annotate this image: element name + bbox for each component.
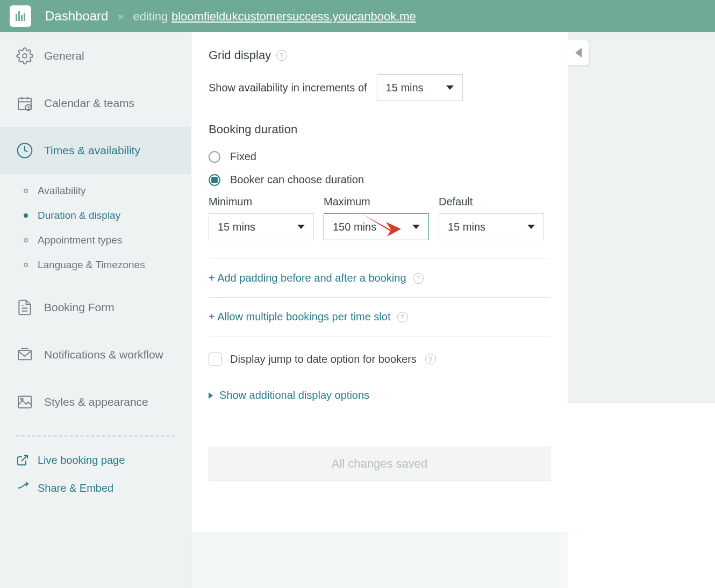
select-default[interactable]: 15 mins bbox=[439, 213, 544, 240]
sidebar-item-times-availability[interactable]: Times & availability bbox=[0, 127, 191, 174]
svg-rect-2 bbox=[21, 15, 23, 21]
svg-point-4 bbox=[23, 54, 27, 58]
caret-down-icon bbox=[446, 85, 454, 90]
svg-rect-0 bbox=[16, 14, 17, 21]
clock-icon bbox=[16, 142, 33, 159]
bullet-icon bbox=[24, 238, 28, 242]
breadcrumb-separator: » bbox=[118, 11, 123, 22]
link-additional-options[interactable]: Show additional display options bbox=[191, 365, 568, 414]
link-label: Share & Embed bbox=[38, 482, 113, 494]
sidebar-sub-label: Appointment types bbox=[38, 234, 122, 246]
svg-rect-3 bbox=[24, 13, 25, 21]
chevron-left-icon bbox=[575, 48, 582, 58]
link-text: + Add padding before and after a booking bbox=[209, 272, 406, 284]
main-panel: Grid display ? Show availability in incr… bbox=[191, 32, 568, 532]
svg-rect-16 bbox=[18, 350, 31, 360]
save-status-bar: All changes saved bbox=[209, 447, 550, 481]
calendar-icon bbox=[16, 95, 33, 112]
sidebar-sub-appointment-types[interactable]: Appointment types bbox=[0, 228, 191, 253]
radio-fixed[interactable]: Fixed bbox=[209, 145, 550, 168]
checkbox-jump-to-date[interactable] bbox=[209, 353, 221, 365]
sidebar-item-booking-form[interactable]: Booking Form bbox=[0, 284, 191, 331]
link-text: + Allow multiple bookings per time slot bbox=[209, 311, 391, 323]
link-add-padding[interactable]: + Add padding before and after a booking… bbox=[191, 259, 568, 297]
help-icon[interactable]: ? bbox=[425, 354, 436, 364]
section-title-grid-display: Grid display ? bbox=[191, 48, 568, 62]
radio-label: Fixed bbox=[230, 150, 256, 163]
radio-booker-choose[interactable]: Booker can choose duration bbox=[209, 168, 550, 191]
caret-down-icon bbox=[527, 225, 535, 229]
sidebar-item-label: General bbox=[44, 49, 84, 62]
gear-icon bbox=[16, 47, 33, 64]
save-status-text: All changes saved bbox=[332, 457, 428, 471]
help-icon[interactable]: ? bbox=[397, 312, 408, 322]
sidebar-sub-label: Availability bbox=[38, 185, 85, 197]
sidebar-sub-availability[interactable]: Availability bbox=[0, 178, 191, 203]
svg-point-19 bbox=[21, 398, 23, 400]
sidebar-sub-label: Language & Timezones bbox=[38, 259, 145, 271]
select-maximum[interactable]: 150 mins bbox=[324, 213, 429, 240]
sidebar-item-notifications-workflow[interactable]: Notifications & workflow bbox=[0, 331, 191, 378]
mail-icon bbox=[16, 346, 33, 363]
link-text: Show additional display options bbox=[219, 389, 369, 401]
svg-line-20 bbox=[22, 455, 27, 461]
breadcrumb-url[interactable]: bloomfieldukcustomersuccess.youcanbook.m… bbox=[171, 10, 416, 23]
link-label: Live booking page bbox=[38, 454, 125, 467]
collapse-panel-button[interactable] bbox=[568, 40, 589, 66]
default-label: Default bbox=[439, 196, 544, 208]
section-title-text: Booking duration bbox=[209, 123, 297, 137]
svg-line-11 bbox=[28, 107, 30, 108]
link-allow-multiple[interactable]: + Allow multiple bookings per time slot … bbox=[191, 298, 568, 336]
sidebar-item-general[interactable]: General bbox=[0, 32, 191, 80]
sidebar-item-styles-appearance[interactable]: Styles & appearance bbox=[0, 378, 191, 426]
select-minimum[interactable]: 15 mins bbox=[209, 213, 314, 240]
sidebar-sub-language-timezones[interactable]: Language & Timezones bbox=[0, 253, 191, 277]
sidebar-divider bbox=[16, 435, 175, 436]
sidebar: General Calendar & teams Times & availab… bbox=[0, 32, 191, 588]
bullet-icon bbox=[24, 189, 28, 193]
select-value: 150 mins bbox=[333, 221, 376, 233]
app-logo bbox=[10, 5, 31, 27]
caret-down-icon bbox=[297, 225, 305, 229]
caret-down-icon bbox=[412, 225, 420, 229]
help-icon[interactable]: ? bbox=[413, 273, 424, 284]
external-link-icon bbox=[16, 454, 29, 467]
checkbox-label: Display jump to date option for bookers bbox=[230, 353, 417, 365]
sidebar-sub-label: Duration & display bbox=[38, 210, 120, 221]
breadcrumb: Dashboard » editing bloomfieldukcustomer… bbox=[45, 9, 416, 24]
link-share-embed[interactable]: Share & Embed bbox=[0, 474, 191, 502]
section-title-text: Grid display bbox=[209, 48, 271, 62]
increments-label: Show availability in increments of bbox=[209, 82, 367, 94]
select-increments[interactable]: 15 mins bbox=[377, 74, 463, 101]
sidebar-item-label: Booking Form bbox=[44, 301, 115, 314]
bullet-icon bbox=[24, 213, 28, 218]
radio-label: Booker can choose duration bbox=[230, 174, 364, 186]
sidebar-item-label: Calendar & teams bbox=[44, 97, 134, 110]
chevron-right-icon bbox=[209, 392, 213, 399]
bullet-icon bbox=[24, 263, 28, 267]
svg-rect-1 bbox=[18, 11, 20, 21]
radio-icon bbox=[209, 174, 220, 186]
select-value: 15 mins bbox=[218, 221, 255, 233]
radio-icon bbox=[209, 151, 220, 163]
breadcrumb-editing-label: editing bbox=[133, 10, 168, 23]
share-icon bbox=[16, 482, 29, 494]
sidebar-sublist: Availability Duration & display Appointm… bbox=[0, 174, 191, 284]
sidebar-item-label: Styles & appearance bbox=[44, 396, 148, 408]
sidebar-item-label: Times & availability bbox=[44, 144, 140, 157]
form-icon bbox=[16, 299, 33, 316]
select-value: 15 mins bbox=[386, 82, 424, 94]
select-value: 15 mins bbox=[448, 221, 485, 233]
maximum-label: Maximum bbox=[324, 196, 429, 208]
breadcrumb-dashboard[interactable]: Dashboard bbox=[45, 9, 108, 24]
sidebar-item-label: Notifications & workflow bbox=[44, 348, 163, 361]
help-icon[interactable]: ? bbox=[276, 50, 287, 61]
image-icon bbox=[16, 393, 33, 411]
sidebar-sub-duration-display[interactable]: Duration & display bbox=[0, 203, 191, 228]
section-title-booking-duration: Booking duration bbox=[191, 123, 568, 137]
link-live-booking-page[interactable]: Live booking page bbox=[0, 446, 191, 474]
app-header: Dashboard » editing bloomfieldukcustomer… bbox=[0, 0, 715, 32]
minimum-label: Minimum bbox=[209, 196, 314, 208]
sidebar-item-calendar-teams[interactable]: Calendar & teams bbox=[0, 80, 191, 127]
